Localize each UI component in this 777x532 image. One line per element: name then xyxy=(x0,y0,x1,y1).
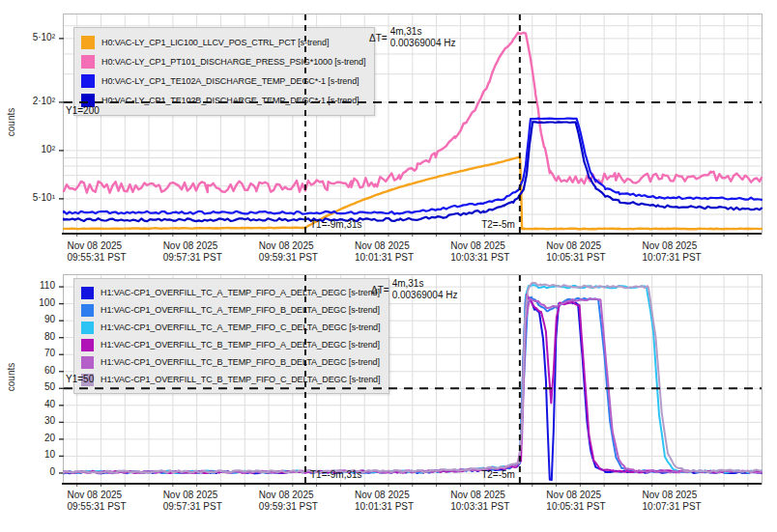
legend-item[interactable]: H1:VAC-CP1_OVERFILL_TC_B_TEMP_FIFO_C_DEL… xyxy=(81,371,380,388)
x-axis-time: 10:07:31 PST xyxy=(643,252,716,264)
x-axis-time: 10:07:31 PST xyxy=(643,501,716,513)
y-axis-tick-label: 0 xyxy=(0,466,55,477)
x-axis-date: Nov 08 2025 xyxy=(546,490,619,501)
legend-item[interactable]: H0:VAC-LY_CP1_TE102A_DISCHARGE_TEMP_DEGC… xyxy=(81,71,365,91)
x-axis-time: 10:05:31 PST xyxy=(546,501,619,513)
x-axis-label: Nov 08 202510:01:31 PST xyxy=(355,240,428,264)
delta-t-frequency: 0.00369004 Hz xyxy=(392,290,458,301)
x-axis-time: 09:55:31 PST xyxy=(67,501,140,513)
x-axis-label: Nov 08 202510:07:31 PST xyxy=(643,240,716,264)
x-axis-date: Nov 08 2025 xyxy=(67,240,140,252)
delta-t-duration: 4m,31s xyxy=(390,26,456,38)
x-axis-date: Nov 08 2025 xyxy=(163,490,237,501)
delta-t-values: 4m,31s0.00369004 Hz xyxy=(390,26,456,49)
x-axis-date: Nov 08 2025 xyxy=(355,240,428,252)
ref-line-label: Y1=200 xyxy=(66,105,100,116)
y-axis-tick-label: 100 xyxy=(0,297,55,308)
x-axis-date: Nov 08 2025 xyxy=(643,240,716,252)
x-axis-date: Nov 08 2025 xyxy=(355,490,428,501)
x-axis-date: Nov 08 2025 xyxy=(643,490,716,501)
legend-label: H1:VAC-CP1_OVERFILL_TC_A_TEMP_FIFO_B_DEL… xyxy=(101,305,380,315)
legend-label: H0:VAC-LY_CP1_LIC100_LLCV_POS_CTRL_PCT [… xyxy=(101,38,329,47)
y-axis-tick-label: 5·10¹ xyxy=(0,192,55,203)
y-axis-title: counts xyxy=(6,99,16,144)
y-axis-tick-label: 5·10² xyxy=(0,32,55,42)
x-axis-date: Nov 08 2025 xyxy=(450,490,524,501)
legend-color-swatch xyxy=(81,356,94,369)
legend-color-swatch xyxy=(81,55,95,69)
x-axis-label: Nov 08 202509:57:31 PST xyxy=(163,240,237,264)
legend-item[interactable]: H0:VAC-LY_CP1_PT101_DISCHARGE_PRESS_PSIG… xyxy=(81,52,365,71)
x-axis-time: 09:59:31 PST xyxy=(259,501,332,513)
x-axis-label: Nov 08 202510:01:31 PST xyxy=(355,490,428,513)
y-axis-tick-label: 30 xyxy=(0,415,55,426)
x-axis-label: Nov 08 202510:05:31 PST xyxy=(546,490,619,513)
cursor-label-2: T2=-5m xyxy=(481,469,515,480)
x-axis-date: Nov 08 2025 xyxy=(450,240,524,252)
x-axis-time: 10:05:31 PST xyxy=(546,252,619,264)
legend-label: H0:VAC-LY_CP1_TE102A_DISCHARGE_TEMP_DEGC… xyxy=(101,76,359,86)
legend-label: H0:VAC-LY_CP1_PT101_DISCHARGE_PRESS_PSIG… xyxy=(101,57,365,67)
x-axis-time: 09:57:31 PST xyxy=(163,252,237,264)
x-axis-date: Nov 08 2025 xyxy=(67,490,140,501)
bottom-trend-chart[interactable]: H1:VAC-CP1_OVERFILL_TC_A_TEMP_FIFO_A_DEL… xyxy=(63,274,763,485)
delta-t-prefix: ΔT= xyxy=(371,285,389,295)
legend-box: H0:VAC-LY_CP1_LIC100_LLCV_POS_CTRL_PCT [… xyxy=(73,27,375,116)
x-axis-time: 09:55:31 PST xyxy=(67,252,140,264)
x-axis-date: Nov 08 2025 xyxy=(546,240,619,252)
x-axis-label: Nov 08 202510:05:31 PST xyxy=(546,240,619,264)
x-axis-label: Nov 08 202510:07:31 PST xyxy=(643,490,716,513)
x-axis-time: 10:01:31 PST xyxy=(355,252,428,264)
delta-t-annotation: ΔT=4m,31s0.00369004 Hz xyxy=(371,278,457,301)
legend-item[interactable]: H1:VAC-CP1_OVERFILL_TC_A_TEMP_FIFO_A_DEL… xyxy=(81,284,380,301)
x-axis-label: Nov 08 202509:55:31 PST xyxy=(67,490,140,513)
x-axis-label: Nov 08 202509:57:31 PST xyxy=(163,490,237,513)
legend-label: H1:VAC-CP1_OVERFILL_TC_B_TEMP_FIFO_A_DEL… xyxy=(101,340,380,350)
x-axis-line xyxy=(62,233,762,235)
delta-t-annotation: ΔT=4m,31s0.00369004 Hz xyxy=(369,26,455,49)
legend-item[interactable]: H0:VAC-LY_CP1_TE102B_DISCHARGE_TEMP_DEGC… xyxy=(81,91,365,110)
x-axis-label: Nov 08 202509:59:31 PST xyxy=(259,240,332,264)
legend-color-swatch xyxy=(81,36,95,49)
x-axis-time: 10:03:31 PST xyxy=(450,501,524,513)
cursor-label-1: T1=-9m,31s xyxy=(310,469,362,480)
delta-t-duration: 4m,31s xyxy=(392,278,458,290)
y-axis-tick-label: 10² xyxy=(0,144,55,154)
x-axis-date: Nov 08 2025 xyxy=(163,240,237,252)
trend-viewer: H0:VAC-LY_CP1_LIC100_LLCV_POS_CTRL_PCT [… xyxy=(0,0,777,532)
y-axis-tick-label: 110 xyxy=(0,280,55,291)
cursor-label-2: T2=-5m xyxy=(481,219,515,230)
x-axis-time: 09:59:31 PST xyxy=(259,252,332,264)
ref-line-label: Y1=50 xyxy=(66,374,94,384)
top-trend-chart[interactable]: H0:VAC-LY_CP1_LIC100_LLCV_POS_CTRL_PCT [… xyxy=(63,14,763,235)
x-axis-time: 09:57:31 PST xyxy=(163,501,237,513)
legend-label: H1:VAC-CP1_OVERFILL_TC_B_TEMP_FIFO_C_DEL… xyxy=(101,375,380,384)
y-axis-tick-label: 80 xyxy=(0,331,55,342)
x-axis-label: Nov 08 202509:55:31 PST xyxy=(67,240,140,264)
x-axis-date: Nov 08 2025 xyxy=(259,240,332,252)
x-axis-label: Nov 08 202509:59:31 PST xyxy=(259,490,332,513)
legend-color-swatch xyxy=(81,74,95,88)
x-axis-time: 10:03:31 PST xyxy=(450,252,524,264)
legend-color-swatch xyxy=(81,339,94,351)
legend-box: H1:VAC-CP1_OVERFILL_TC_A_TEMP_FIFO_A_DEL… xyxy=(73,278,389,394)
legend-item[interactable]: H0:VAC-LY_CP1_LIC100_LLCV_POS_CTRL_PCT [… xyxy=(81,33,365,52)
x-axis-line xyxy=(62,483,762,485)
legend-item[interactable]: H1:VAC-CP1_OVERFILL_TC_B_TEMP_FIFO_A_DEL… xyxy=(81,336,380,353)
legend-color-swatch xyxy=(81,322,94,334)
legend-item[interactable]: H1:VAC-CP1_OVERFILL_TC_A_TEMP_FIFO_B_DEL… xyxy=(81,301,380,319)
y-axis-tick-label: 40 xyxy=(0,399,55,409)
delta-t-values: 4m,31s0.00369004 Hz xyxy=(392,278,458,301)
legend-item[interactable]: H1:VAC-CP1_OVERFILL_TC_B_TEMP_FIFO_B_DEL… xyxy=(81,353,380,371)
y-axis-tick-label: 90 xyxy=(0,314,55,324)
x-axis-time: 10:01:31 PST xyxy=(355,501,428,513)
legend-label: H1:VAC-CP1_OVERFILL_TC_B_TEMP_FIFO_B_DEL… xyxy=(101,357,380,367)
delta-t-prefix: ΔT= xyxy=(369,33,388,43)
x-axis-date: Nov 08 2025 xyxy=(259,490,332,501)
legend-label: H0:VAC-LY_CP1_TE102B_DISCHARGE_TEMP_DEGC… xyxy=(101,96,359,105)
legend-label: H1:VAC-CP1_OVERFILL_TC_A_TEMP_FIFO_C_DEL… xyxy=(101,322,380,332)
delta-t-frequency: 0.00369004 Hz xyxy=(390,38,456,49)
x-axis-label: Nov 08 202510:03:31 PST xyxy=(450,240,524,264)
y-axis-tick-label: 10 xyxy=(0,449,55,460)
legend-item[interactable]: H1:VAC-CP1_OVERFILL_TC_A_TEMP_FIFO_C_DEL… xyxy=(81,319,380,336)
